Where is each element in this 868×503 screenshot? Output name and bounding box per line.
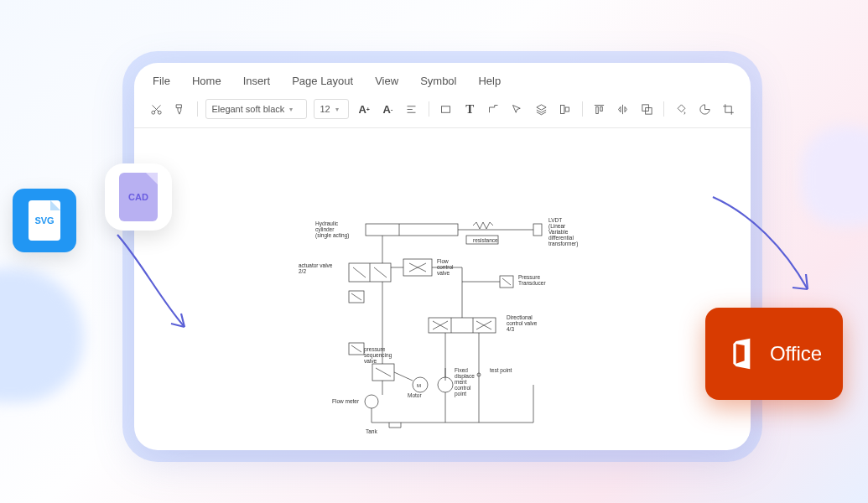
align-center-icon[interactable] [556, 100, 573, 118]
label-lvdt: LVDT(LinearVariabledifferentialtransform… [548, 217, 578, 247]
cad-file-badge: CAD [105, 163, 172, 231]
label-pressure-trans: PressureTransducer [518, 274, 546, 286]
menu-insert[interactable]: Insert [243, 75, 271, 87]
bg-blob [0, 268, 84, 402]
svg-text:resistance: resistance [473, 237, 498, 243]
app-window: File Home Insert Page Layout View Symbol… [134, 63, 751, 450]
fill-color-icon[interactable] [673, 100, 689, 118]
canvas[interactable]: Hydrauliccylinder(single acting) LVDT(Li… [148, 133, 737, 437]
arrow-input [92, 231, 201, 348]
shape-icon[interactable] [696, 100, 713, 118]
font-name: Elegant soft black [211, 104, 284, 114]
svg-file-icon: SVG [29, 200, 60, 241]
font-family-select[interactable]: Elegant soft black▾ [205, 99, 307, 119]
svg-line-33 [351, 293, 361, 300]
text-tool-icon[interactable]: T [461, 100, 478, 118]
layers-icon[interactable] [533, 100, 549, 118]
label-flowvalve: Flowcontrolvalve [437, 258, 454, 276]
office-export-badge: Office [705, 308, 843, 400]
menu-help[interactable]: Help [478, 75, 501, 87]
label-hydraulic: Hydrauliccylinder(single acting) [315, 220, 349, 239]
svg-point-58 [365, 395, 378, 408]
svg-rect-15 [366, 224, 458, 236]
align-icon[interactable] [403, 100, 420, 118]
toolbar: Elegant soft black▾ 12▾ A+ A- T [134, 94, 751, 128]
font-size: 12 [320, 104, 330, 114]
format-painter-icon[interactable] [171, 100, 188, 118]
svg-line-55 [394, 372, 413, 381]
menu-home[interactable]: Home [192, 75, 221, 87]
label-displacement: Fixeddisplacementcontrolpoint [455, 367, 475, 397]
svg-line-37 [502, 278, 511, 285]
dropdown-icon: ▾ [289, 106, 293, 113]
label-testpoint: test point [490, 367, 512, 374]
separator [197, 101, 198, 117]
menu-page-layout[interactable]: Page Layout [292, 75, 353, 87]
cut-icon[interactable] [148, 100, 164, 118]
increase-font-icon[interactable]: A+ [356, 100, 372, 118]
svg-rect-8 [560, 105, 564, 113]
menu-file[interactable]: File [153, 75, 170, 87]
label-pressure-seq: pressuresequencingvalve [364, 346, 392, 364]
svg-label: SVG [34, 215, 54, 226]
svg-rect-40 [429, 318, 496, 333]
dropdown-icon: ▾ [335, 106, 339, 113]
flip-icon[interactable] [615, 100, 632, 118]
menu-view[interactable]: View [375, 75, 398, 87]
svg-rect-9 [565, 107, 569, 111]
cad-label: CAD [128, 192, 148, 202]
svg-rect-11 [596, 106, 599, 113]
pointer-tool-icon[interactable] [509, 100, 526, 118]
hydraulic-diagram: Hydrauliccylinder(single acting) LVDT(Li… [282, 217, 634, 452]
group-icon[interactable] [638, 100, 655, 118]
arrow-output [709, 189, 826, 306]
svg-line-26 [374, 267, 387, 277]
menu-symbol[interactable]: Symbol [420, 75, 456, 87]
label-directional: Directionalcontrol valve4/3 [507, 314, 538, 332]
svg-rect-7 [442, 106, 450, 112]
separator [663, 101, 664, 117]
label-flowmeter: Flow meter [332, 398, 360, 404]
label-actuator: actuator valve2/2 [299, 262, 333, 274]
align-top-icon[interactable] [590, 100, 607, 118]
separator [582, 101, 583, 117]
svg-rect-12 [600, 106, 603, 111]
connector-tool-icon[interactable] [485, 100, 502, 118]
separator [429, 101, 429, 117]
font-size-select[interactable]: 12▾ [314, 99, 349, 119]
label-tank: Tank [366, 428, 377, 434]
svg-text:M: M [417, 383, 421, 388]
svg-line-35 [351, 345, 361, 352]
svg-file-badge: SVG [13, 189, 76, 252]
menu-bar: File Home Insert Page Layout View Symbol… [134, 63, 751, 94]
office-label: Office [770, 342, 822, 366]
crop-icon[interactable] [720, 100, 737, 118]
cad-file-icon: CAD [119, 173, 158, 221]
rectangle-tool-icon[interactable] [438, 100, 455, 118]
label-motor: Motor [408, 392, 422, 398]
decrease-font-icon[interactable]: A- [379, 100, 396, 118]
svg-line-50 [376, 368, 391, 376]
office-icon [726, 337, 760, 371]
svg-line-25 [353, 267, 366, 277]
svg-rect-20 [533, 224, 542, 236]
